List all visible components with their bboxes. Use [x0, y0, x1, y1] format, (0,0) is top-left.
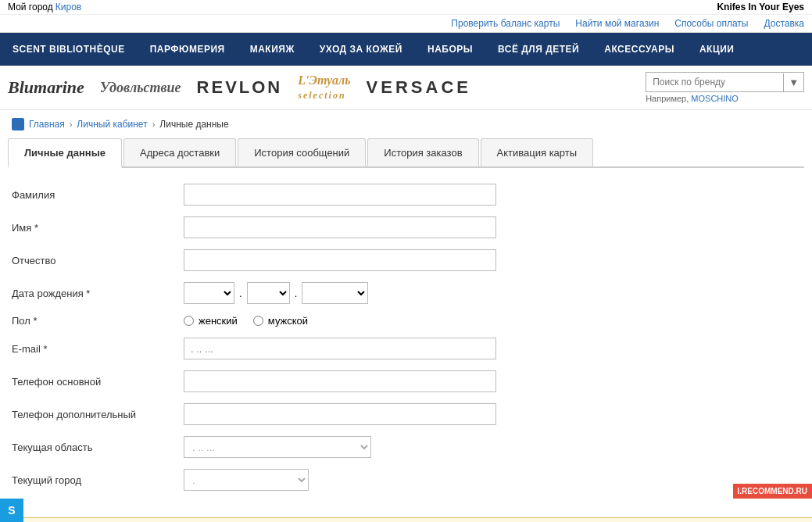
tab-orders-history[interactable]: История заказов [367, 138, 478, 166]
personal-data-form: Фамилия Имя * Отчество Дата рождения * . [0, 168, 812, 517]
dob-row: Дата рождения * . . [12, 282, 800, 304]
gender-label: Пол * [12, 315, 184, 327]
dob-month-select[interactable] [247, 282, 290, 304]
patronymic-row: Отчество [12, 249, 800, 271]
home-icon: ⌂ [12, 118, 24, 130]
brand-blumarine[interactable]: Blumarine [8, 77, 84, 98]
city-link[interactable]: Киров [55, 2, 81, 13]
find-store-link[interactable]: Найти мой магазин [575, 18, 659, 29]
dob-field: . . [184, 282, 800, 304]
gender-row: Пол * женский мужской [12, 315, 800, 327]
nav-sets[interactable]: НАБОРЫ [415, 33, 485, 66]
brand-bar: Blumarine Удовльствие REVLON L'Этуальsel… [0, 66, 812, 110]
delivery-link[interactable]: Доставка [764, 18, 804, 29]
lastname-row: Фамилия [12, 184, 800, 206]
region-select[interactable]: . .. ... [184, 436, 371, 458]
dob-label: Дата рождения * [12, 288, 184, 299]
breadcrumb-cabinet[interactable]: Личный кабинет [77, 119, 147, 130]
lastname-field [184, 184, 800, 206]
top-links-bar: Проверить баланс карты Найти мой магазин… [0, 15, 812, 33]
tabs-container: Личные данные Адреса доставки История со… [8, 138, 804, 168]
brand-etoile[interactable]: L'Этуальselection [298, 73, 350, 102]
phone-extra-input[interactable] [184, 403, 496, 425]
dob-sep2: . [293, 288, 299, 299]
my-city-label: Мой город [8, 2, 53, 13]
dob-year-select[interactable] [302, 282, 368, 304]
nav-makeup[interactable]: МАКИЯЖ [238, 33, 307, 66]
phone-extra-label: Телефон дополнительный [12, 409, 184, 420]
patronymic-label: Отчество [12, 255, 184, 266]
gender-male-label: мужской [268, 315, 308, 327]
dob-sep1: . [238, 288, 244, 299]
nav-scent[interactable]: SCENT BIBLIOTHÈQUE [0, 33, 138, 66]
brand-search-input[interactable] [646, 73, 783, 91]
tab-delivery-addresses[interactable]: Адреса доставки [123, 138, 236, 166]
recommend-badge: I.RECOMMEND.RU [733, 484, 812, 499]
brand-revlon[interactable]: REVLON [197, 77, 283, 98]
email-input[interactable] [184, 338, 496, 359]
recommend-text: I.RECOMMEND.RU [738, 487, 807, 495]
city-row: Текущий город . [12, 469, 800, 491]
tab-personal-data[interactable]: Личные данные [8, 138, 122, 168]
gender-female-radio[interactable] [184, 316, 194, 326]
brand-logos-container: Blumarine Удовльствие REVLON L'Этуальsel… [8, 73, 630, 102]
firstname-field [184, 216, 800, 238]
main-navigation: SCENT BIBLIOTHÈQUE ПАРФЮМЕРИЯ МАКИЯЖ УХО… [0, 33, 812, 66]
breadcrumb-current: Личные данные [159, 119, 228, 130]
nav-skincare[interactable]: УХОД ЗА КОЖЕЙ [307, 33, 415, 66]
tab-messages-history[interactable]: История сообщений [238, 138, 366, 166]
gender-male-radio[interactable] [253, 316, 263, 326]
brand-custom[interactable]: Удовльствие [100, 80, 181, 96]
lastname-input[interactable] [184, 184, 496, 206]
firstname-label: Имя * [12, 222, 184, 234]
patronymic-input[interactable] [184, 249, 496, 271]
gender-female-label: женский [199, 315, 238, 327]
phone-extra-field [184, 403, 800, 425]
firstname-row: Имя * [12, 216, 800, 238]
breadcrumb-home[interactable]: Главная [29, 119, 65, 130]
gender-male-option[interactable]: мужской [253, 315, 308, 327]
skype-icon[interactable]: S [0, 499, 23, 522]
site-title: Knifes In Your Eyes [717, 2, 804, 13]
city-select[interactable]: . [184, 469, 309, 491]
dropdown-arrow-icon[interactable]: ▼ [783, 73, 803, 91]
payment-methods-link[interactable]: Способы оплаты [674, 18, 748, 29]
city-field: . [184, 469, 800, 491]
chevron-icon-2: › [152, 120, 156, 129]
region-label: Текущая область [12, 442, 184, 453]
patronymic-field [184, 249, 800, 271]
tab-card-activation[interactable]: Активация карты [481, 138, 594, 166]
info-bar: ⚠ В случае изменения нижеследующих пункт… [0, 517, 812, 522]
check-balance-link[interactable]: Проверить баланс карты [451, 18, 560, 29]
top-header: Мой город Киров Knifes In Your Eyes [0, 0, 812, 15]
breadcrumb: ⌂ Главная › Личный кабинет › Личные данн… [0, 110, 812, 138]
firstname-input[interactable] [184, 216, 496, 238]
nav-children[interactable]: ВСЁ ДЛЯ ДЕТЕЙ [485, 33, 592, 66]
phone-main-input[interactable] [184, 370, 496, 392]
brand-search-example: Например, MOSCHINO [646, 94, 804, 103]
nav-promotions[interactable]: АКЦИИ [687, 33, 747, 66]
phone-main-label: Телефон основной [12, 376, 184, 388]
city-selector[interactable]: Мой город Киров [8, 2, 81, 13]
region-field: . .. ... [184, 436, 800, 458]
chevron-icon-1: › [70, 120, 73, 129]
lastname-label: Фамилия [12, 189, 184, 201]
city-label: Текущий город [12, 474, 184, 486]
gender-field: женский мужской [184, 315, 800, 327]
nav-parfumery[interactable]: ПАРФЮМЕРИЯ [138, 33, 238, 66]
phone-extra-row: Телефон дополнительный [12, 403, 800, 425]
brand-versace[interactable]: VERSACE [367, 77, 471, 98]
gender-female-option[interactable]: женский [184, 315, 238, 327]
phone-main-row: Телефон основной [12, 370, 800, 392]
nav-accessories[interactable]: АКСЕССУАРЫ [592, 33, 687, 66]
dob-day-select[interactable] [184, 282, 234, 304]
example-brand-link[interactable]: MOSCHINO [691, 94, 739, 103]
top-links: Проверить баланс карты Найти мой магазин… [451, 18, 804, 29]
brand-search-container: ▼ Например, MOSCHINO [646, 72, 804, 103]
email-label: E-mail * [12, 343, 184, 355]
email-field [184, 338, 800, 359]
email-row: E-mail * [12, 338, 800, 359]
region-row: Текущая область . .. ... [12, 436, 800, 458]
phone-main-field [184, 370, 800, 392]
